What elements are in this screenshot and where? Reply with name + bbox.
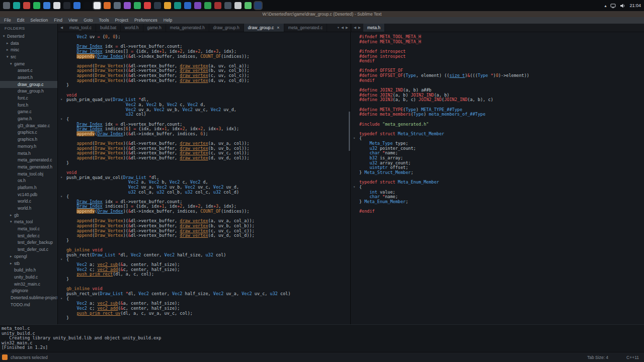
tree-file-meta_tool.obj[interactable]: meta_tool.obj <box>0 170 57 177</box>
tree-folder-game[interactable]: ▾game <box>0 60 57 67</box>
menu-goto[interactable]: Goto <box>80 17 96 24</box>
tab-meta.h[interactable]: meta.h <box>363 24 385 32</box>
tab-game.h[interactable]: game.h <box>143 24 166 32</box>
fold-arrow-icon[interactable]: ▾ <box>60 297 62 302</box>
tab-build.bat[interactable]: build.bat <box>96 24 121 32</box>
taskbar-app-icon[interactable] <box>224 2 231 9</box>
taskbar-app-icon[interactable] <box>194 2 201 9</box>
tree-file-unity_build.c[interactable]: unity_build.c <box>0 274 57 281</box>
taskbar-app-icon[interactable] <box>174 2 181 9</box>
taskbar-app-icon[interactable] <box>63 2 70 9</box>
taskbar-app-icon[interactable] <box>23 2 30 9</box>
tree-folder-gb[interactable]: ▸gb <box>0 212 57 219</box>
taskbar-app-icon[interactable] <box>13 2 20 9</box>
menu-tools[interactable]: Tools <box>96 17 112 24</box>
fold-arrow-icon[interactable]: ▾ <box>60 195 62 200</box>
taskbar-app-icon[interactable] <box>255 2 262 9</box>
tab-scroll-right-icon[interactable]: ▶ <box>358 26 361 30</box>
taskbar-app-icon[interactable] <box>134 2 141 9</box>
tab-world.h[interactable]: world.h <box>121 24 143 32</box>
fold-arrow-icon[interactable]: ▾ <box>353 185 355 190</box>
tree-file-.gitignore[interactable]: .gitignore <box>0 287 57 294</box>
tab-size-indicator[interactable]: Tab Size: 4 <box>587 355 608 360</box>
tree-file-vc140.pdb[interactable]: vc140.pdb <box>0 191 57 198</box>
tree-folder-data[interactable]: ▸data <box>0 40 57 47</box>
syntax-indicator[interactable]: C++11 <box>626 355 639 360</box>
taskbar-app-icon[interactable] <box>73 2 80 9</box>
taskbar-app-icon[interactable] <box>204 2 211 9</box>
left-pane-scrollbar[interactable] <box>349 112 350 151</box>
tab-scroll-right-icon[interactable]: ▶ <box>346 26 348 30</box>
editor-pane-left[interactable]: Vec2 uv = {0, 0}; Draw_Index idx = dl->v… <box>58 32 351 324</box>
menu-find[interactable]: Find <box>51 17 65 24</box>
taskbar-app-icon[interactable] <box>164 2 171 9</box>
tree-file-test_defer.c[interactable]: test_defer.c <box>0 232 57 239</box>
tray-network-icon[interactable] <box>610 3 616 9</box>
tree-file-assert.h[interactable]: assert.h <box>0 74 57 81</box>
tab-close-icon[interactable]: × <box>277 25 279 30</box>
tree-file-win32_main.c[interactable]: win32_main.c <box>0 281 57 288</box>
tree-file-meta_generated.c[interactable]: meta_generated.c <box>0 156 57 163</box>
tray-chevron-up-icon[interactable]: ▴ <box>604 4 606 8</box>
tree-file-build_info.h[interactable]: build_info.h <box>0 266 57 274</box>
menu-selection[interactable]: Selection <box>27 17 51 24</box>
menu-view[interactable]: View <box>65 17 80 24</box>
tree-file-test_defer_out.c[interactable]: test_defer_out.c <box>0 246 57 253</box>
tree-file-TODO.md[interactable]: TODO.md <box>0 301 57 308</box>
tree-file-draw_group.c[interactable]: draw_group.c <box>0 81 57 88</box>
menu-help[interactable]: Help <box>160 17 175 24</box>
tree-file-memory.h[interactable]: memory.h <box>0 143 57 150</box>
fold-arrow-icon[interactable]: ▾ <box>60 117 62 122</box>
taskbar-app-icon[interactable] <box>184 2 191 9</box>
build-output-panel[interactable]: meta_tool.cunity_build.c Creating librar… <box>0 324 644 352</box>
tree-folder-src[interactable]: ▾src <box>0 53 57 60</box>
fold-arrow-icon[interactable]: ▾ <box>353 136 355 141</box>
tree-file-Deserted.sublime-project[interactable]: Deserted.sublime-project <box>0 294 57 301</box>
tray-volume-icon[interactable] <box>620 3 625 9</box>
tree-folder-misc[interactable]: ▸misc <box>0 46 57 53</box>
taskbar-app-icon[interactable] <box>144 2 151 9</box>
tree-folder-meta_tool[interactable]: ▾meta_tool <box>0 219 57 226</box>
taskbar-app-icon[interactable] <box>53 2 60 9</box>
menu-preferences[interactable]: Preferences <box>131 17 160 24</box>
tab-draw_group.h[interactable]: draw_group.h <box>209 24 244 32</box>
tab-meta_generated.c[interactable]: meta_generated.c <box>284 24 328 32</box>
taskbar-app-icon[interactable] <box>94 2 101 9</box>
taskbar-app-icon[interactable] <box>33 2 40 9</box>
tree-file-font.c[interactable]: font.c <box>0 95 57 102</box>
menu-project[interactable]: Project <box>112 17 131 24</box>
taskbar-app-icon[interactable] <box>114 2 121 9</box>
tree-file-world.h[interactable]: world.h <box>0 205 57 212</box>
menu-edit[interactable]: Edit <box>14 17 28 24</box>
editor-pane-right[interactable]: #ifndef META_TOOL_META_H#define META_TOO… <box>351 32 644 324</box>
tree-file-draw_group.h[interactable]: draw_group.h <box>0 88 57 95</box>
tab-meta_tool.c[interactable]: meta_tool.c <box>65 24 96 32</box>
taskbar-app-icon[interactable] <box>214 2 221 9</box>
tab-draw_group.c[interactable]: draw_group.c× <box>244 24 284 32</box>
tree-folder-Deserted[interactable]: ▾Deserted <box>0 33 57 40</box>
tree-file-game.h[interactable]: game.h <box>0 115 57 122</box>
tree-file-game.c[interactable]: game.c <box>0 109 57 116</box>
tree-file-test_defer_backup[interactable]: test_defer_backup <box>0 239 57 246</box>
menu-file[interactable]: File <box>1 17 14 24</box>
tree-file-meta_tool.c[interactable]: meta_tool.c <box>0 225 57 232</box>
taskbar-app-icon[interactable] <box>3 2 10 9</box>
taskbar-app-icon[interactable] <box>104 2 111 9</box>
tree-file-platform.h[interactable]: platform.h <box>0 184 57 191</box>
tab-meta_generated.h[interactable]: meta_generated.h <box>166 24 209 32</box>
tree-folder-stb[interactable]: ▸stb <box>0 260 57 267</box>
window-titlebar[interactable]: W:\Deserted\src\game\draw_group.c (Deser… <box>0 11 644 17</box>
tab-scroll-left-icon[interactable]: ◀ <box>341 26 344 30</box>
tab-scroll-left-icon[interactable]: ◀ <box>354 26 356 30</box>
taskbar-app-icon[interactable] <box>234 2 242 9</box>
taskbar-app-icon[interactable] <box>84 2 91 9</box>
taskbar-app-icon[interactable] <box>43 2 50 9</box>
fold-arrow-icon[interactable]: ▾ <box>60 175 62 180</box>
taskbar-app-icon[interactable] <box>245 2 252 9</box>
tab-scroll-left-icon[interactable]: ◀ <box>58 24 65 32</box>
fold-arrow-icon[interactable]: ▾ <box>60 257 62 262</box>
tree-file-graphics.c[interactable]: graphics.c <box>0 129 57 136</box>
tree-file-font.h[interactable]: font.h <box>0 102 57 109</box>
tree-file-world.c[interactable]: world.c <box>0 198 57 205</box>
taskbar-app-icon[interactable] <box>124 2 131 9</box>
